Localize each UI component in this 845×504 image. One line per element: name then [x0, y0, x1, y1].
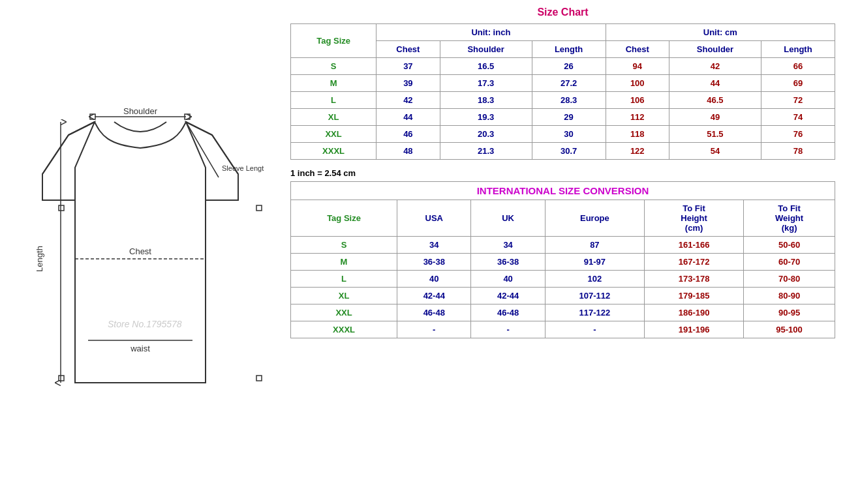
conv-col-europe: Europe: [545, 200, 644, 237]
svg-rect-5: [59, 205, 64, 211]
table-row: L 42 18.3 28.3 106 46.5 72: [291, 92, 835, 109]
watermark: Store No.1795578: [108, 319, 182, 329]
conv-col-height: To FitHeight(cm): [644, 200, 743, 237]
tag-cell: L: [291, 92, 376, 109]
conv-usa-cell: 36-38: [397, 254, 471, 271]
conv-tag-cell: S: [291, 237, 397, 254]
conv-europe-cell: 102: [545, 271, 644, 288]
conv-uk-cell: 34: [471, 237, 545, 254]
conv-europe-cell: 107-112: [545, 288, 644, 304]
size-chart-table: Tag Size Unit: inch Unit: cm Chest Shoul…: [290, 23, 835, 160]
table-row: M 39 17.3 27.2 100 44 69: [291, 75, 835, 92]
chest-inch-cell: 42: [376, 92, 440, 109]
conv-height-cell: 179-185: [644, 288, 743, 304]
chest-inch-cell: 37: [376, 58, 440, 75]
shoulder-cm-cell: 42: [669, 58, 761, 75]
conv-weight-cell: 60-70: [744, 254, 835, 271]
length-inch-cell: 30: [532, 126, 606, 143]
shoulder-cm-cell: 46.5: [669, 92, 761, 109]
length-inch-cell: 29: [532, 109, 606, 126]
length-label: Length: [35, 246, 44, 272]
shoulder-cm-cell: 54: [669, 143, 761, 160]
chest-label: Chest: [129, 246, 151, 256]
chest-cm-cell: 94: [606, 58, 669, 75]
conv-table-row: S 34 34 87 161-166 50-60: [291, 237, 835, 254]
conv-height-cell: 173-178: [644, 271, 743, 288]
tag-cell: XXL: [291, 126, 376, 143]
conv-weight-cell: 90-95: [744, 304, 835, 321]
chest-cm-cell: 118: [606, 126, 669, 143]
conv-europe-cell: -: [545, 321, 644, 338]
conv-tag-cell: XL: [291, 288, 397, 304]
col-chest-inch: Chest: [376, 41, 440, 58]
conv-weight-cell: 95-100: [744, 321, 835, 338]
conv-europe-cell: 87: [545, 237, 644, 254]
length-cm-cell: 78: [761, 143, 835, 160]
conv-usa-cell: -: [397, 321, 471, 338]
conv-uk-cell: 36-38: [471, 254, 545, 271]
conv-height-cell: 191-196: [644, 321, 743, 338]
col-length-inch: Length: [532, 41, 606, 58]
svg-rect-8: [256, 376, 262, 381]
conv-col-usa: USA: [397, 200, 471, 237]
length-inch-cell: 26: [532, 58, 606, 75]
tag-cell: M: [291, 75, 376, 92]
length-cm-cell: 76: [761, 126, 835, 143]
table-row: XL 44 19.3 29 112 49 74: [291, 109, 835, 126]
unit-cm-header: Unit: cm: [606, 24, 835, 41]
conv-usa-cell: 42-44: [397, 288, 471, 304]
conversion-title: INTERNATIONAL SIZE CONVERSION: [291, 182, 835, 200]
conv-tag-size-header: Tag Size: [291, 200, 397, 237]
shoulder-inch-cell: 16.5: [440, 58, 532, 75]
conv-height-cell: 167-172: [644, 254, 743, 271]
conv-table-row: L 40 40 102 173-178 70-80: [291, 271, 835, 288]
conv-weight-cell: 70-80: [744, 271, 835, 288]
conv-tag-cell: M: [291, 254, 397, 271]
tag-cell: XXXL: [291, 143, 376, 160]
svg-rect-7: [256, 205, 262, 211]
conv-table-row: XXL 46-48 46-48 117-122 186-190 90-95: [291, 304, 835, 321]
col-length-cm: Length: [761, 41, 835, 58]
right-panel: Size Chart Tag Size Unit: inch Unit: cm …: [281, 0, 845, 350]
col-chest-cm: Chest: [606, 41, 669, 58]
unit-inch-header: Unit: inch: [376, 24, 606, 41]
conv-tag-cell: XXXL: [291, 321, 397, 338]
shoulder-cm-cell: 51.5: [669, 126, 761, 143]
length-cm-cell: 72: [761, 92, 835, 109]
inch-note: 1 inch = 2.54 cm: [290, 165, 835, 181]
tag-cell: S: [291, 58, 376, 75]
chest-cm-cell: 100: [606, 75, 669, 92]
chest-inch-cell: 44: [376, 109, 440, 126]
chest-inch-cell: 48: [376, 143, 440, 160]
col-shoulder-cm: Shoulder: [669, 41, 761, 58]
conv-weight-cell: 50-60: [744, 237, 835, 254]
table-row: XXL 46 20.3 30 118 51.5 76: [291, 126, 835, 143]
conv-col-weight: To FitWeight(kg): [744, 200, 835, 237]
conv-table-row: XL 42-44 42-44 107-112 179-185 80-90: [291, 288, 835, 304]
svg-rect-6: [59, 376, 64, 381]
conversion-table: INTERNATIONAL SIZE CONVERSION Tag Size U…: [290, 181, 835, 338]
conv-weight-cell: 80-90: [744, 288, 835, 304]
shoulder-inch-cell: 19.3: [440, 109, 532, 126]
conv-tag-cell: XXL: [291, 304, 397, 321]
table-row: S 37 16.5 26 94 42 66: [291, 58, 835, 75]
shoulder-inch-cell: 20.3: [440, 126, 532, 143]
svg-rect-9: [90, 114, 95, 119]
shoulder-inch-cell: 18.3: [440, 92, 532, 109]
col-shoulder-inch: Shoulder: [440, 41, 532, 58]
conv-height-cell: 161-166: [644, 237, 743, 254]
conv-uk-cell: 46-48: [471, 304, 545, 321]
tshirt-diagram-panel: Shoulder Sleeve Length Chest Length wais…: [0, 0, 281, 504]
length-inch-cell: 30.7: [532, 143, 606, 160]
conv-height-cell: 186-190: [644, 304, 743, 321]
conv-europe-cell: 91-97: [545, 254, 644, 271]
tag-size-header: Tag Size: [291, 24, 376, 58]
sleeve-length-label: Sleeve Length: [222, 164, 264, 172]
shoulder-label: Shoulder: [123, 106, 158, 116]
conv-uk-cell: 40: [471, 271, 545, 288]
chest-inch-cell: 46: [376, 126, 440, 143]
conv-table-row: XXXL - - - 191-196 95-100: [291, 321, 835, 338]
shoulder-cm-cell: 49: [669, 109, 761, 126]
conv-usa-cell: 46-48: [397, 304, 471, 321]
chest-cm-cell: 106: [606, 92, 669, 109]
